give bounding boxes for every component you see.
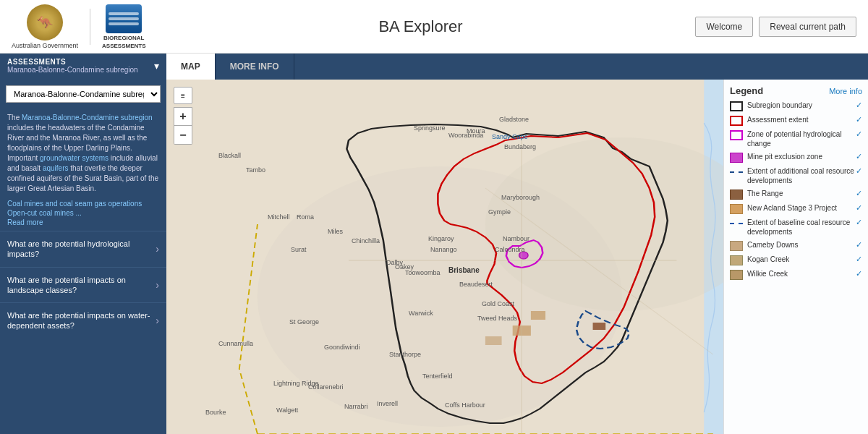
coat-of-arms-icon: 🦘 [27, 4, 63, 41]
legend-label-cameby: Cameby Downs [747, 240, 856, 250]
svg-point-4 [485, 137, 759, 311]
legend-label-additional-coal: Extent of additional coal resource devel… [747, 166, 856, 185]
legend-swatch-subregion [730, 101, 743, 111]
legend-swatch-additional-coal [730, 167, 743, 177]
link-subregion[interactable]: Maranoa-Balonne-Condamine subregion [22, 114, 153, 122]
zoom-controls: ≡ + − [174, 87, 192, 145]
sidebar-item-water[interactable]: What are the potential impacts on water-… [0, 302, 166, 339]
region-select-wrap: Maranoa-Balonne-Condamine subregion [0, 80, 166, 109]
legend-title: Legend [730, 85, 763, 96]
header-left: 🦘 Australian Government BIOREGIONAL ASSE… [12, 4, 146, 49]
zoom-in-button[interactable]: + [174, 107, 192, 126]
ba-icon [106, 4, 142, 33]
legend-check-cameby[interactable]: ✓ [856, 240, 862, 250]
assessments-label: ASSESSMENTS [7, 58, 138, 66]
link-open-cut[interactable]: Open-cut coal mines ... [7, 209, 159, 217]
legend-check-assessment[interactable]: ✓ [856, 115, 862, 124]
legend-swatch-new-acland [730, 204, 743, 214]
legend-check-new-acland[interactable]: ✓ [856, 203, 862, 213]
legend-item-baseline-coal: Extent of baseline coal resource develop… [730, 218, 862, 237]
legend-check-mine-pit[interactable]: ✓ [856, 152, 862, 161]
nav-bar: ASSESSMENTS Maranoa-Balonne-Condamine su… [0, 54, 868, 80]
svg-rect-10 [485, 336, 502, 345]
chevron-right-icon-2: › [156, 278, 159, 292]
legend-item-cameby: Cameby Downs ✓ [730, 240, 862, 251]
legend-item-new-acland: New Acland Stage 3 Project ✓ [730, 203, 862, 214]
gov-logo: 🦘 Australian Government [12, 4, 78, 49]
zoom-out-button[interactable]: − [174, 126, 192, 145]
legend-check-wilkie[interactable]: ✓ [856, 269, 862, 278]
svg-rect-7 [593, 323, 606, 330]
welcome-button[interactable]: Welcome [695, 17, 753, 37]
sidebar-hydro-label: What are the potential hydrological impa… [7, 239, 156, 260]
ba-label-line1: BIOREGIONAL [103, 35, 144, 41]
header-buttons: Welcome Reveal current path [695, 17, 856, 37]
ba-waves-icon [106, 4, 142, 33]
legend-label-baseline-coal: Extent of baseline coal resource develop… [747, 218, 856, 237]
legend-item-wilkie: Wilkie Creek ✓ [730, 269, 862, 280]
map-area[interactable]: Springsure Woorabinda Gladstone Moura Bl… [166, 80, 868, 434]
sidebar-landscape-label: What are the potential impacts on landsc… [7, 275, 156, 296]
link-aquifers[interactable]: aquifers [43, 164, 69, 172]
ba-wave-3 [109, 22, 139, 25]
legend-check-hydro-zone[interactable]: ✓ [856, 129, 862, 139]
link-groundwater[interactable]: groundwater systems [40, 154, 109, 162]
legend-check-baseline-coal[interactable]: ✓ [856, 218, 862, 227]
legend-swatch-kogan [730, 255, 743, 265]
sidebar-water-label: What are the potential impacts on water-… [7, 310, 156, 331]
legend-label-wilkie: Wilkie Creek [747, 269, 856, 278]
legend-swatch-cameby [730, 241, 743, 251]
legend-check-kogan[interactable]: ✓ [856, 255, 862, 264]
legend-swatch-wilkie [730, 270, 743, 280]
legend-swatch-hydro-zone [730, 130, 743, 140]
chevron-right-icon-3: › [156, 314, 159, 327]
layers-button[interactable]: ≡ [174, 87, 192, 104]
tab-more-info[interactable]: MORE INFO [216, 54, 294, 80]
assessments-subtitle: Maranoa-Balonne-Condamine subregion [7, 66, 138, 74]
sidebar-panel: Maranoa-Balonne-Condamine subregion The … [0, 80, 166, 434]
assessments-title-block: ASSESSMENTS Maranoa-Balonne-Condamine su… [7, 58, 138, 74]
legend-swatch-mine-pit [730, 153, 743, 163]
reveal-path-button[interactable]: Reveal current path [759, 17, 856, 37]
sidebar-item-hydro[interactable]: What are the potential hydrological impa… [0, 231, 166, 267]
sidebar-description: The Maranoa-Balonne-Condamine subregion … [0, 109, 166, 197]
legend-panel: Legend More info Subregion boundary ✓ As… [723, 80, 868, 434]
ba-wave-2 [109, 17, 139, 20]
svg-point-6 [519, 252, 529, 259]
legend-item-kogan: Kogan Creek ✓ [730, 255, 862, 265]
legend-check-additional-coal[interactable]: ✓ [856, 166, 862, 176]
legend-label-mine-pit: Mine pit exclusion zone [747, 152, 856, 161]
legend-check-the-range[interactable]: ✓ [856, 189, 862, 198]
legend-item-subregion: Subregion boundary ✓ [730, 101, 862, 111]
chevron-down-icon: ▾ [154, 60, 159, 72]
ba-logo: BIOREGIONAL ASSESSMENTS [102, 4, 145, 49]
legend-swatch-baseline-coal [730, 218, 743, 229]
legend-more-info-link[interactable]: More info [829, 87, 862, 95]
ba-wave-1 [109, 12, 139, 15]
region-select[interactable]: Maranoa-Balonne-Condamine subregion [6, 85, 161, 103]
sidebar-item-landscape[interactable]: What are the potential impacts on landsc… [0, 267, 166, 303]
legend-label-assessment: Assessment extent [747, 115, 856, 124]
logo-divider [90, 9, 90, 45]
tab-map[interactable]: MAP [166, 54, 216, 80]
legend-label-the-range: The Range [747, 189, 856, 198]
sidebar-links: Coal mines and coal seam gas operations … [0, 197, 166, 231]
legend-item-mine-pit: Mine pit exclusion zone ✓ [730, 152, 862, 163]
layers-icon: ≡ [181, 92, 185, 100]
ba-label-line2: ASSESSMENTS [102, 43, 145, 49]
link-read-more[interactable]: Read more [7, 218, 159, 226]
legend-item-the-range: The Range ✓ [730, 189, 862, 200]
legend-check-subregion[interactable]: ✓ [856, 101, 862, 110]
sidebar-nav: ASSESSMENTS Maranoa-Balonne-Condamine su… [0, 54, 166, 80]
assessments-header[interactable]: ASSESSMENTS Maranoa-Balonne-Condamine su… [0, 54, 166, 78]
legend-label-hydro-zone: Zone of potential hydrological change [747, 129, 856, 148]
link-coal-mines[interactable]: Coal mines and coal seam gas operations [7, 200, 159, 208]
legend-item-additional-coal: Extent of additional coal resource devel… [730, 166, 862, 185]
app-title: BA Explorer [378, 17, 462, 36]
legend-header: Legend More info [730, 85, 862, 96]
svg-rect-9 [531, 311, 545, 320]
map-tabs: MAP MORE INFO [166, 54, 294, 80]
legend-swatch-assessment [730, 116, 743, 126]
legend-label-subregion: Subregion boundary [747, 101, 856, 110]
gov-text: Australian Government [12, 42, 78, 49]
